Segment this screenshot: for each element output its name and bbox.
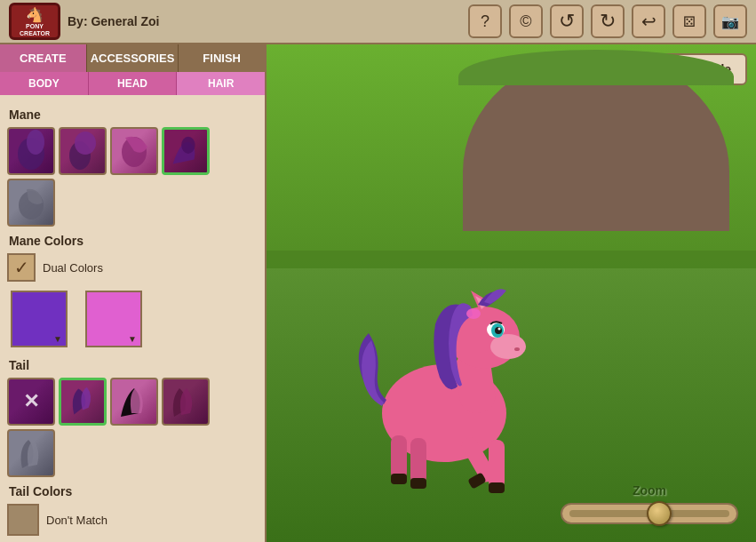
main-tabs: CREATE ACCESSORIES FINISH xyxy=(0,44,265,72)
svg-rect-24 xyxy=(410,478,426,489)
panel-content: Mane xyxy=(0,95,265,542)
logo-icon: 🐴 xyxy=(20,6,50,23)
subtab-hair[interactable]: HAIR xyxy=(177,72,265,95)
tail-options: ✕ xyxy=(7,378,258,477)
zoom-section: Zoom xyxy=(561,483,738,524)
zoom-slider-thumb[interactable] xyxy=(647,501,672,526)
mane-option-2[interactable] xyxy=(59,127,107,175)
subtab-body[interactable]: BODY xyxy=(0,72,89,95)
mane-option-5[interactable] xyxy=(7,179,55,227)
author-label: By: General Zoi xyxy=(68,14,461,28)
svg-point-10 xyxy=(490,334,526,359)
tab-create[interactable]: CREATE xyxy=(0,44,87,72)
zoom-label: Zoom xyxy=(633,483,666,498)
zoom-slider-container xyxy=(561,503,738,524)
x-mark-icon: ✕ xyxy=(23,390,39,413)
svg-point-18 xyxy=(466,308,481,319)
tab-finish[interactable]: FINISH xyxy=(179,44,265,72)
svg-rect-23 xyxy=(410,438,426,484)
main-area: CREATE ACCESSORIES FINISH BODY HEAD HAIR… xyxy=(0,44,756,542)
dual-colors-label: Dual Colors xyxy=(43,261,103,275)
mane-color-2[interactable]: ▼ xyxy=(85,291,142,347)
mane-colors-section: ✓ Dual Colors ▼ ▼ xyxy=(7,253,258,347)
logo-text: PONYCREATOR xyxy=(20,23,50,36)
dont-match-label: Don't Match xyxy=(46,514,107,527)
subtab-head[interactable]: HEAD xyxy=(89,72,178,95)
tail-section-title: Tail xyxy=(9,358,258,372)
svg-rect-25 xyxy=(391,435,407,480)
tail-option-1[interactable]: ✕ xyxy=(7,378,55,426)
color-1-arrow: ▼ xyxy=(53,334,62,344)
help-button[interactable]: ? xyxy=(468,4,502,38)
color-swatch-2-container: ▼ xyxy=(85,291,142,347)
dont-match-swatch[interactable] xyxy=(7,504,39,536)
reset-button[interactable]: ↩ xyxy=(632,4,665,38)
tail-option-3[interactable] xyxy=(110,378,158,426)
mane-option-3[interactable] xyxy=(110,127,158,175)
mane-colors-title: Mane Colors xyxy=(9,234,258,248)
svg-point-1 xyxy=(27,130,44,155)
svg-rect-22 xyxy=(489,482,505,493)
sub-tabs: BODY HEAD HAIR xyxy=(0,72,265,95)
app-logo: 🐴 PONYCREATOR xyxy=(9,3,60,40)
tail-colors-title: Tail Colors xyxy=(9,484,258,498)
mane-options xyxy=(7,127,258,227)
scene-background xyxy=(267,44,756,542)
svg-point-5 xyxy=(181,137,195,154)
mane-color-1[interactable]: ▼ xyxy=(11,291,68,347)
toolbar: 🐴 PONYCREATOR By: General Zoi ? © ↺ ↻ ↩ … xyxy=(0,0,756,44)
dont-match-row: Don't Match xyxy=(7,504,258,536)
svg-rect-21 xyxy=(489,440,505,489)
color-swatch-1-container: ▼ xyxy=(11,291,68,347)
mane-option-1[interactable] xyxy=(7,127,55,175)
tail-option-2[interactable] xyxy=(59,378,107,426)
canvas-area: Move Mode Zoom xyxy=(267,44,756,542)
tail-option-5[interactable] xyxy=(7,429,55,477)
pony-character xyxy=(346,253,542,493)
copyright-button[interactable]: © xyxy=(509,4,543,38)
tab-accessories[interactable]: ACCESSORIES xyxy=(87,44,179,72)
screenshot-button[interactable]: 📷 xyxy=(713,4,747,38)
mane-section-title: Mane xyxy=(9,108,258,122)
svg-point-15 xyxy=(498,328,501,331)
color-2-arrow: ▼ xyxy=(128,334,137,344)
left-panel: CREATE ACCESSORIES FINISH BODY HEAD HAIR… xyxy=(0,44,267,542)
app: 🐴 PONYCREATOR By: General Zoi ? © ↺ ↻ ↩ … xyxy=(0,0,756,542)
mane-option-4[interactable] xyxy=(162,127,210,175)
svg-rect-26 xyxy=(391,474,407,484)
dual-colors-checkbox[interactable]: ✓ xyxy=(7,253,36,282)
svg-point-11 xyxy=(514,347,520,351)
color-swatches: ▼ ▼ xyxy=(7,291,258,347)
dual-colors-row: ✓ Dual Colors xyxy=(7,253,258,282)
tail-option-4[interactable] xyxy=(162,378,210,426)
svg-point-3 xyxy=(75,132,96,155)
redo-button[interactable]: ↻ xyxy=(591,4,625,38)
undo-button[interactable]: ↺ xyxy=(550,4,584,38)
random-button[interactable]: ⚄ xyxy=(672,4,706,38)
